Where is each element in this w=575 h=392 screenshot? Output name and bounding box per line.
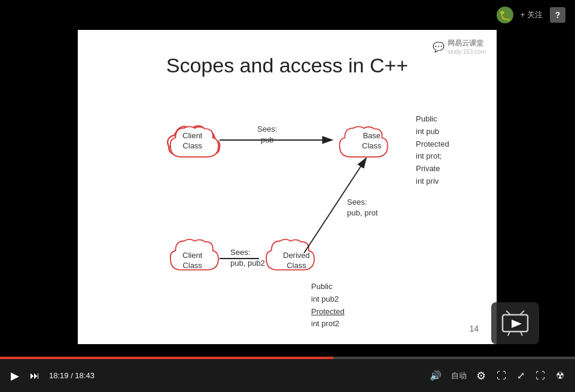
derived-class-label: DerivedClass xyxy=(283,251,310,271)
watermark-url: study.163.com xyxy=(448,48,486,55)
slide-title: Scopes and access in C++ xyxy=(90,54,485,77)
volume-button[interactable]: 🔊 xyxy=(428,370,443,381)
sees-pub-prot-label: Sees:pub, prot xyxy=(347,197,378,218)
tv-overlay[interactable] xyxy=(491,302,539,344)
follow-button[interactable]: + 关注 xyxy=(521,10,543,20)
slide: 💬 网易云课堂 study.163.com Scopes and access … xyxy=(78,30,497,344)
time-display: 18:19 / 18:43 xyxy=(49,371,95,380)
extra-button[interactable]: ☢ xyxy=(555,370,565,381)
auto-label[interactable]: 自动 xyxy=(451,370,467,381)
page-number: 14 xyxy=(469,324,479,333)
chat-icon: 💬 xyxy=(433,41,445,53)
client-class-top-label: ClientClass xyxy=(182,131,202,151)
settings-button[interactable]: ⚙ xyxy=(475,369,487,382)
svg-marker-15 xyxy=(512,320,522,328)
skip-button[interactable]: ⏭ xyxy=(29,370,41,381)
question-button[interactable]: ? xyxy=(550,7,565,23)
follow-label: + 关注 xyxy=(521,10,543,20)
svg-point-3 xyxy=(201,134,216,149)
tv-icon xyxy=(500,310,530,337)
sees-pub-pub2-label: Sees:pub, pub2 xyxy=(230,247,265,269)
client-class-bottom-label: ClientClass xyxy=(182,251,202,271)
question-label: ? xyxy=(555,10,561,20)
screen-button[interactable]: ⛶ xyxy=(495,370,507,381)
base-class-label: BaseClass xyxy=(362,131,382,151)
avatar-icon[interactable]: 🐛 xyxy=(497,7,513,23)
svg-point-0 xyxy=(168,135,181,149)
derived-class-info: Publicint pub2Protectedint prot2 xyxy=(311,281,345,330)
watermark: 💬 网易云课堂 study.163.com xyxy=(433,38,486,55)
expand-button[interactable]: ⤢ xyxy=(516,370,526,381)
watermark-title: 网易云课堂 xyxy=(448,38,486,48)
diagram: ClientClass BaseClass ClientClass Derive… xyxy=(90,95,485,323)
control-bar: ▶ ⏭ 18:19 / 18:43 🔊 自动 ⚙ ⛶ ⤢ ⛶ ☢ xyxy=(0,359,575,392)
top-bar: 🐛 + 关注 ? xyxy=(455,0,575,30)
sees-pub-label: Sees:pub xyxy=(257,124,277,145)
play-button[interactable]: ▶ xyxy=(10,369,20,382)
fullscreen-button[interactable]: ⛶ xyxy=(534,370,546,381)
base-class-info: Publicint pubProtectedint prot;Privatein… xyxy=(416,113,449,188)
video-container: 💬 网易云课堂 study.163.com Scopes and access … xyxy=(78,30,497,344)
